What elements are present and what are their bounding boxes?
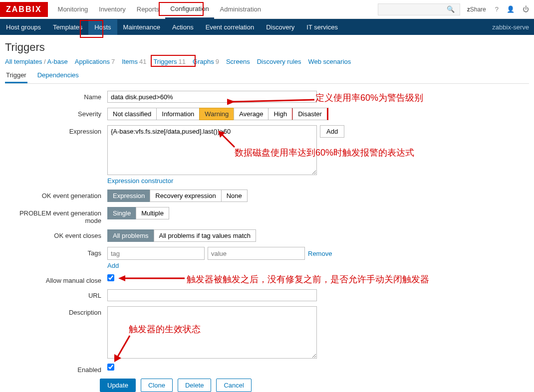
nav-inventory[interactable]: Inventory <box>94 0 130 18</box>
okgen-recovery[interactable]: Recovery expression <box>150 190 221 202</box>
label-name: Name <box>5 91 107 101</box>
share-button[interactable]: zShare <box>464 4 489 15</box>
nav-configuration[interactable]: Configuration <box>165 0 214 19</box>
subnav-discovery[interactable]: Discovery <box>260 19 300 35</box>
clone-button[interactable]: Clone <box>141 379 173 392</box>
top-nav: Monitoring Inventory Reports Configurati… <box>53 0 266 19</box>
nav-reports[interactable]: Reports <box>132 0 165 18</box>
cancel-button[interactable]: Cancel <box>216 379 251 392</box>
severity-group: Not classified Information Warning Avera… <box>107 108 328 120</box>
manual-close-checkbox[interactable] <box>107 274 114 281</box>
subnav-event-correlation[interactable]: Event correlation <box>200 19 261 35</box>
tag-name-field[interactable] <box>107 247 205 260</box>
enabled-checkbox[interactable] <box>107 364 114 371</box>
nav-monitoring[interactable]: Monitoring <box>53 0 93 18</box>
label-enabled: Enabled <box>5 364 107 374</box>
top-bar: ZABBIX Monitoring Inventory Reports Conf… <box>0 0 534 19</box>
severity-high[interactable]: High <box>268 108 293 120</box>
subnav-templates[interactable]: Templates <box>47 19 88 35</box>
subnav-host-groups[interactable]: Host groups <box>0 19 47 35</box>
label-ok-event-closes: OK event closes <box>5 229 107 239</box>
okclose-all-problems[interactable]: All problems <box>107 229 154 242</box>
label-severity: Severity <box>5 108 107 118</box>
probgen-multiple[interactable]: Multiple <box>136 207 169 219</box>
label-description: Description <box>5 306 107 316</box>
subnav-hosts[interactable]: Hosts <box>88 19 117 35</box>
url-field[interactable] <box>107 289 317 301</box>
zabbix-logo: ZABBIX <box>0 2 48 17</box>
crumb-all-templates[interactable]: All templates <box>5 58 42 65</box>
help-icon[interactable]: ? <box>493 3 501 15</box>
crumb-applications[interactable]: Applications <box>75 58 110 65</box>
tag-remove-link[interactable]: Remove <box>308 250 332 257</box>
label-allow-manual-close: Allow manual close <box>5 274 107 284</box>
tab-trigger[interactable]: Trigger <box>5 68 27 83</box>
severity-information[interactable]: Information <box>156 108 200 120</box>
probgen-single[interactable]: Single <box>107 207 136 219</box>
form-tabs: Trigger Dependencies <box>5 68 529 84</box>
expression-constructor-link[interactable]: Expression constructor <box>107 177 344 185</box>
okgen-expression[interactable]: Expression <box>107 190 150 202</box>
severity-warning[interactable]: Warning <box>199 108 234 120</box>
crumb-host[interactable]: A-base <box>47 58 68 65</box>
crumb-items[interactable]: Items <box>122 58 138 65</box>
label-tags: Tags <box>5 247 107 257</box>
logout-icon[interactable]: ⏻ <box>521 3 531 15</box>
crumb-discovery-rules[interactable]: Discovery rules <box>257 58 301 65</box>
subnav-it-services[interactable]: IT services <box>300 19 344 35</box>
delete-button[interactable]: Delete <box>178 379 212 392</box>
crumb-triggers[interactable]: Triggers <box>153 58 177 65</box>
server-label: zabbix-serve <box>492 23 529 31</box>
expression-field[interactable]: {A-base:vfs.fs.size[/data,pused].last()}… <box>107 125 317 175</box>
crumb-screens[interactable]: Screens <box>226 58 250 65</box>
label-problem-gen-mode: PROBLEM event generation mode <box>5 207 107 224</box>
crumb-web-scenarios[interactable]: Web scenarios <box>308 58 351 65</box>
search-input[interactable]: 🔍 <box>378 3 460 15</box>
severity-disaster[interactable]: Disaster <box>292 108 328 120</box>
description-field[interactable] <box>107 306 317 359</box>
nav-administration[interactable]: Administration <box>215 0 266 18</box>
tab-dependencies[interactable]: Dependencies <box>36 68 80 83</box>
okclose-tag-match[interactable]: All problems if tag values match <box>154 229 257 242</box>
label-ok-event-generation: OK event generation <box>5 190 107 199</box>
search-icon: 🔍 <box>445 3 457 15</box>
severity-not-classified[interactable]: Not classified <box>107 108 157 120</box>
name-field[interactable] <box>107 91 317 103</box>
label-url: URL <box>5 289 107 299</box>
sub-nav: Host groups Templates Hosts Maintenance … <box>0 19 534 35</box>
severity-average[interactable]: Average <box>234 108 268 120</box>
breadcrumb: All templates / A-base Applications7 Ite… <box>5 58 529 65</box>
user-icon[interactable]: 👤 <box>505 3 517 15</box>
okgen-none[interactable]: None <box>221 190 248 202</box>
update-button[interactable]: Update <box>100 379 136 392</box>
tag-value-field[interactable] <box>208 247 305 260</box>
tag-add-link[interactable]: Add <box>107 262 332 269</box>
label-expression: Expression <box>5 125 107 135</box>
top-right: 🔍 zShare ? 👤 ⏻ <box>378 3 534 15</box>
trigger-form: Name Severity Not classified Information… <box>5 84 529 392</box>
expression-add-button[interactable]: Add <box>320 125 344 138</box>
subnav-actions[interactable]: Actions <box>166 19 200 35</box>
crumb-graphs[interactable]: Graphs <box>193 58 214 65</box>
subnav-maintenance[interactable]: Maintenance <box>117 19 166 35</box>
page-title: Triggers <box>5 41 529 54</box>
